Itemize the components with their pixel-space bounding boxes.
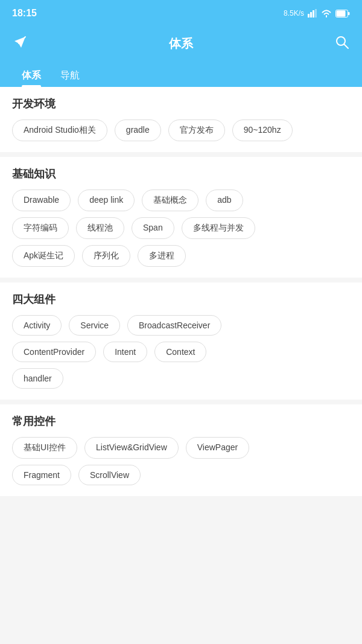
page-title: 体系 <box>169 36 193 52</box>
tag-listview-gridview[interactable]: ListView&GridView <box>84 437 179 459</box>
tags-row-controls-1: 基础UI控件 ListView&GridView ViewPager <box>12 437 350 459</box>
tag-drawable[interactable]: Drawable <box>12 190 71 211</box>
tag-viewpager[interactable]: ViewPager <box>186 437 249 459</box>
tag-basic-ui[interactable]: 基础UI控件 <box>12 437 77 459</box>
title-bar-right[interactable] <box>334 34 350 53</box>
svg-rect-3 <box>315 9 317 18</box>
tags-row-dev-env: Android Studio相关 gradle 官方发布 90~120hz <box>12 120 350 141</box>
tag-service[interactable]: Service <box>69 315 120 336</box>
tag-context[interactable]: Context <box>154 342 206 362</box>
tag-char-encoding[interactable]: 字符编码 <box>12 217 69 239</box>
tab-tixì[interactable]: 体系 <box>12 65 51 87</box>
tag-apk-life[interactable]: Apk诞生记 <box>12 245 75 267</box>
tag-android-studio[interactable]: Android Studio相关 <box>12 120 107 141</box>
tag-thread-pool[interactable]: 线程池 <box>76 217 124 239</box>
tag-basic-concept[interactable]: 基础概念 <box>142 190 198 211</box>
svg-rect-6 <box>348 12 350 15</box>
section-common-controls: 常用控件 基础UI控件 ListView&GridView ViewPager … <box>0 404 362 496</box>
svg-marker-8 <box>14 37 25 48</box>
tag-90-120hz[interactable]: 90~120hz <box>232 120 293 141</box>
tag-fragment[interactable]: Fragment <box>12 465 71 485</box>
nav-tabs: 体系 导航 <box>0 60 362 87</box>
status-icons: 8.5K/s <box>284 9 350 18</box>
svg-rect-0 <box>308 14 310 18</box>
battery-icon <box>335 10 350 18</box>
title-bar-left[interactable] <box>12 34 28 53</box>
divider-1 <box>0 152 362 157</box>
tags-row-basic-1: Drawable deep link 基础概念 adb <box>12 190 350 211</box>
tags-row-basic-2: 字符编码 线程池 Span 多线程与并发 <box>12 217 350 239</box>
tag-multi-thread[interactable]: 多线程与并发 <box>182 217 255 239</box>
network-speed: 8.5K/s <box>284 9 304 18</box>
section-title-dev-env: 开发环境 <box>12 97 350 111</box>
section-title-four: 四大组件 <box>12 292 350 307</box>
tags-row-controls-2: Fragment ScrollView <box>12 465 350 485</box>
section-title-controls: 常用控件 <box>12 414 350 429</box>
section-four-components: 四大组件 Activity Service BroadcastReceiver … <box>0 282 362 400</box>
section-basic-knowledge: 基础知识 Drawable deep link 基础概念 adb 字符编码 线程… <box>0 157 362 278</box>
tag-adb[interactable]: adb <box>206 190 243 211</box>
tags-row-four-3: handler <box>12 368 350 389</box>
tag-gradle[interactable]: gradle <box>115 120 161 141</box>
tag-official-release[interactable]: 官方发布 <box>168 120 225 141</box>
tags-row-four-1: Activity Service BroadcastReceiver <box>12 315 350 336</box>
svg-rect-5 <box>337 10 346 16</box>
svg-line-10 <box>345 45 349 49</box>
tag-handler[interactable]: handler <box>12 368 63 389</box>
search-icon[interactable] <box>334 34 350 53</box>
tag-intent[interactable]: Intent <box>103 342 147 362</box>
tag-deep-link[interactable]: deep link <box>78 190 135 211</box>
content-area: 开发环境 Android Studio相关 gradle 官方发布 90~120… <box>0 87 362 496</box>
wifi-icon <box>321 9 332 18</box>
tag-content-provider[interactable]: ContentProvider <box>12 342 96 362</box>
tag-serialization[interactable]: 序列化 <box>82 245 130 267</box>
tags-row-basic-3: Apk诞生记 序列化 多进程 <box>12 245 350 267</box>
title-bar: 体系 <box>0 27 362 60</box>
tag-multi-process[interactable]: 多进程 <box>138 245 186 267</box>
status-time: 18:15 <box>12 8 37 19</box>
tab-daohang[interactable]: 导航 <box>51 65 89 87</box>
tag-broadcast-receiver[interactable]: BroadcastReceiver <box>127 315 221 336</box>
svg-rect-2 <box>313 10 314 18</box>
tag-scrollview[interactable]: ScrollView <box>78 465 141 485</box>
tags-row-four-2: ContentProvider Intent Context <box>12 342 350 362</box>
tag-activity[interactable]: Activity <box>12 315 62 336</box>
tag-span[interactable]: Span <box>132 217 174 239</box>
signal-icon <box>308 9 317 18</box>
divider-2 <box>0 278 362 282</box>
section-dev-env: 开发环境 Android Studio相关 gradle 官方发布 90~120… <box>0 87 362 152</box>
section-title-basic: 基础知识 <box>12 167 350 181</box>
status-bar: 18:15 8.5K/s <box>0 0 362 27</box>
send-icon[interactable] <box>12 34 28 53</box>
svg-rect-1 <box>310 12 312 18</box>
divider-3 <box>0 400 362 404</box>
